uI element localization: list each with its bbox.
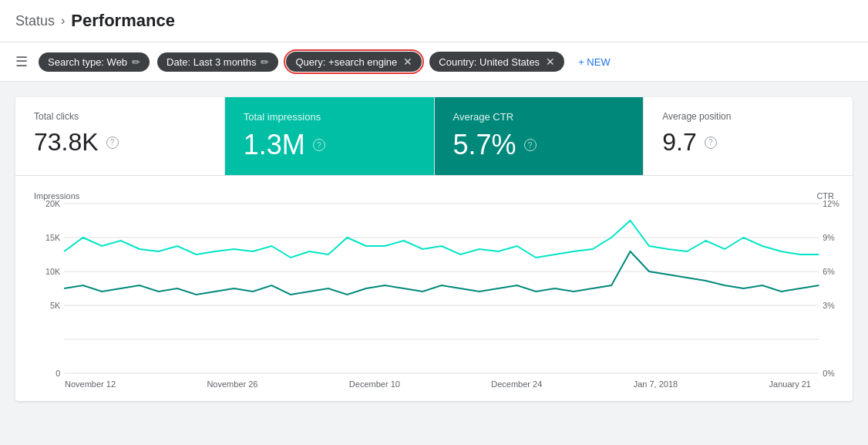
- query-close-icon[interactable]: ✕: [403, 56, 412, 68]
- svg-text:9%: 9%: [823, 233, 835, 242]
- query-chip[interactable]: Query: +search engine ✕: [286, 52, 422, 72]
- filters-bar: ☰ Search type: Web ✏ Date: Last 3 months…: [0, 42, 868, 82]
- country-close-icon[interactable]: ✕: [546, 56, 555, 68]
- metrics-row: Total clicks 73.8K ? Total impressions 1…: [15, 97, 853, 176]
- svg-text:0: 0: [56, 369, 60, 378]
- total-impressions-value: 1.3M ?: [244, 129, 415, 161]
- svg-text:12%: 12%: [823, 199, 839, 208]
- total-impressions-help-icon[interactable]: ?: [313, 139, 325, 151]
- average-position-help-icon[interactable]: ?: [705, 137, 717, 149]
- page-title: Performance: [71, 11, 175, 31]
- search-type-label: Search type: Web: [48, 56, 127, 68]
- average-ctr-value: 5.7% ?: [453, 129, 625, 161]
- country-label: Country: United States: [439, 56, 540, 68]
- average-ctr-help-icon[interactable]: ?: [524, 139, 537, 151]
- average-position-value: 9.7 ?: [662, 128, 834, 157]
- new-filter-label: + NEW: [578, 56, 611, 68]
- total-impressions-label: Total impressions: [244, 111, 415, 123]
- total-clicks-cell[interactable]: Total clicks 73.8K ?: [15, 97, 225, 175]
- average-position-label: Average position: [662, 111, 834, 122]
- x-label-jan7: Jan 7, 2018: [634, 379, 678, 389]
- ctr-line: [64, 251, 819, 295]
- chart-header: Impressions CTR: [34, 191, 834, 201]
- svg-text:15K: 15K: [45, 233, 61, 242]
- x-label-jan21: January 21: [769, 379, 811, 389]
- impressions-line: [64, 221, 819, 258]
- metrics-card: Total clicks 73.8K ? Total impressions 1…: [15, 97, 853, 401]
- x-label-dec10: December 10: [349, 379, 400, 389]
- search-type-chip[interactable]: Search type: Web ✏: [39, 52, 150, 72]
- total-clicks-value: 73.8K ?: [34, 128, 206, 157]
- svg-text:20K: 20K: [45, 199, 61, 208]
- x-label-nov26: November 26: [207, 379, 257, 389]
- performance-chart: 20K 15K 10K 5K 0 12% 9% 6% 3% 0%: [34, 204, 834, 373]
- svg-text:0%: 0%: [823, 369, 835, 378]
- country-chip[interactable]: Country: United States ✕: [429, 52, 564, 72]
- status-breadcrumb[interactable]: Status: [15, 13, 55, 29]
- date-chip[interactable]: Date: Last 3 months ✏: [157, 52, 278, 72]
- query-label: Query: +search engine: [295, 56, 397, 68]
- average-ctr-label: Average CTR: [453, 111, 625, 123]
- x-label-nov12: November 12: [65, 379, 116, 389]
- search-type-edit-icon[interactable]: ✏: [132, 56, 140, 68]
- x-axis-labels: November 12 November 26 December 10 Dece…: [34, 376, 834, 389]
- filter-menu-icon[interactable]: ☰: [12, 50, 31, 73]
- svg-text:5K: 5K: [50, 301, 61, 310]
- date-label: Date: Last 3 months: [167, 56, 256, 68]
- svg-text:10K: 10K: [45, 267, 61, 276]
- svg-text:6%: 6%: [823, 267, 835, 276]
- total-clicks-label: Total clicks: [34, 111, 206, 122]
- average-position-cell[interactable]: Average position 9.7 ?: [644, 97, 853, 175]
- main-content: Total clicks 73.8K ? Total impressions 1…: [0, 82, 868, 416]
- page-header: Status › Performance: [0, 0, 868, 42]
- new-filter-button[interactable]: + NEW: [572, 52, 617, 72]
- average-ctr-cell[interactable]: Average CTR 5.7% ?: [435, 97, 644, 175]
- total-clicks-help-icon[interactable]: ?: [106, 137, 119, 149]
- total-impressions-cell[interactable]: Total impressions 1.3M ?: [225, 97, 435, 175]
- x-label-dec24: December 24: [491, 379, 542, 389]
- chart-area: Impressions CTR 20K 15K 10K 5K 0 12% 9: [15, 176, 853, 401]
- date-edit-icon[interactable]: ✏: [261, 56, 269, 68]
- svg-text:3%: 3%: [823, 301, 835, 310]
- breadcrumb-chevron: ›: [61, 14, 65, 28]
